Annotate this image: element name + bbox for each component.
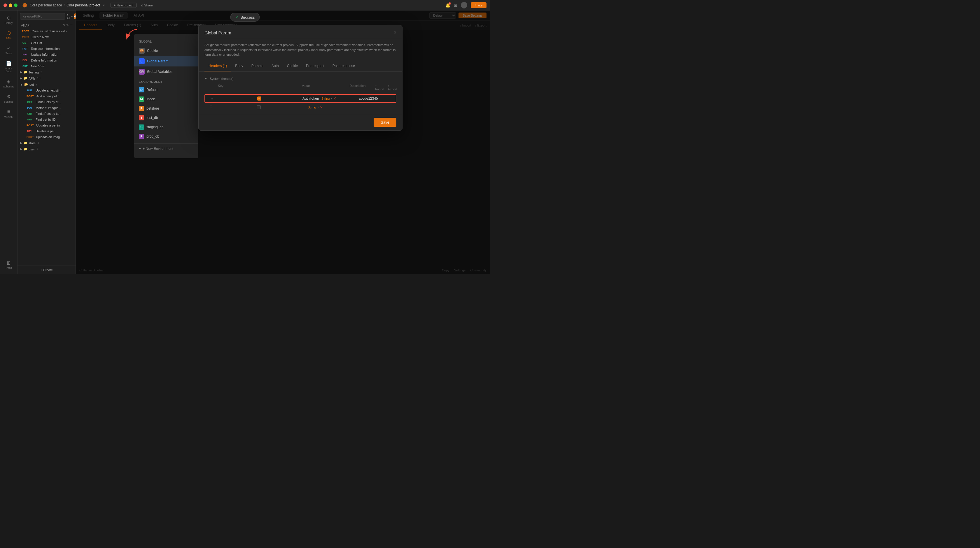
modal-header: Global Param × (199, 25, 402, 39)
drag-handle[interactable]: ⠿ (210, 105, 213, 109)
sidebar-item-settings[interactable]: ⚙ Settings (1, 92, 16, 105)
row-checkbox[interactable]: ✓ (257, 97, 261, 100)
list-item[interactable]: DEL Deletes a pet (18, 128, 76, 134)
sidebar-item-trash[interactable]: 🗑 Trash (1, 258, 16, 272)
folder-store[interactable]: ▶ 📁 store 4 (18, 140, 76, 146)
modal-tab-params[interactable]: Params (247, 61, 267, 71)
list-item[interactable]: PUT Method: images... (18, 105, 76, 111)
folder-icon: 📁 (23, 76, 27, 80)
modal-tab-auth[interactable]: Auth (267, 61, 283, 71)
chevron-down-icon: ▼ (20, 83, 23, 86)
api-list: POST Creates list of users with ... POST… (18, 28, 76, 265)
env-icon-mock: M (139, 97, 144, 102)
type-dropdown-icon[interactable]: ▾ (331, 97, 332, 100)
maximize-button[interactable] (14, 3, 18, 7)
modal-tab-body[interactable]: Body (231, 61, 247, 71)
global-param-panel: Global 🍪 Cookie ⬡ Global Param GV Global… (134, 34, 198, 158)
export-table-button[interactable]: ↑ Export (388, 84, 398, 91)
close-button[interactable] (3, 3, 7, 7)
sidebar-item-history[interactable]: ⊙ History (1, 13, 16, 27)
more-icon[interactable]: ⋯ (70, 23, 73, 27)
list-item[interactable]: PUT Update an existi... (18, 87, 76, 93)
search-input[interactable] (20, 13, 65, 19)
sidebar-item-manage[interactable]: ≡ Manage (1, 107, 16, 121)
type-dropdown-icon[interactable]: ▾ (317, 105, 319, 109)
global-param-icon: ⬡ (139, 58, 145, 64)
required-marker: ✕ (320, 105, 323, 109)
invite-button[interactable]: Invite (471, 2, 487, 8)
new-environment-button[interactable]: + + New Environment (134, 143, 198, 154)
folder-user[interactable]: ▶ 📁 user 7 (18, 146, 76, 152)
cookie-icon: 🍪 (139, 48, 145, 54)
gp-menu-cookie[interactable]: 🍪 Cookie (134, 46, 198, 56)
list-item[interactable]: PAT Update Information (18, 52, 76, 57)
modal-close-button[interactable]: × (394, 30, 396, 35)
list-item[interactable]: POST Create New (18, 34, 76, 40)
sidebar-bottom: + Create (18, 265, 76, 274)
gp-env-petstore[interactable]: P petstore (134, 104, 198, 113)
folder-pet[interactable]: ▼ 📂 pet 9 (18, 81, 76, 87)
gp-env-proddb[interactable]: P prod_db (134, 132, 198, 141)
sort-icon[interactable]: ⇅ (66, 23, 69, 27)
gp-env-mock[interactable]: M Mock (134, 94, 198, 104)
gp-env-stagingdb[interactable]: S staging_db (134, 122, 198, 132)
svg-text:🦊: 🦊 (24, 4, 27, 7)
list-item[interactable]: GET Find pet by ID (18, 117, 76, 122)
bell-icon[interactable]: 🔔 1 (445, 3, 450, 8)
overlay[interactable]: Global 🍪 Cookie ⬡ Global Param GV Global… (76, 11, 490, 274)
chevron-right-icon: ▶ (20, 76, 22, 80)
modal-tab-headers[interactable]: Headers (1) (204, 61, 231, 71)
list-item[interactable]: PUT Replace Information (18, 46, 76, 52)
sidebar-item-apis[interactable]: ⬡ APIs (1, 28, 16, 42)
list-item[interactable]: POST Add a new pet t... (18, 93, 76, 99)
empty-checkbox[interactable] (257, 105, 261, 109)
required-marker: ✕ (333, 97, 336, 100)
folder-icon: 📂 (24, 83, 28, 86)
save-button[interactable]: Save (374, 118, 396, 127)
list-item[interactable]: SSE New SSE (18, 63, 76, 69)
new-project-button[interactable]: + New project (111, 3, 137, 8)
list-item[interactable]: GET Finds Pets by ta... (18, 111, 76, 117)
modal-description: Set global request parameters (effective… (199, 39, 402, 61)
sidebar-item-share-docs[interactable]: 📄 Share Docs (1, 58, 16, 75)
gp-env-testdb[interactable]: T test_db (134, 113, 198, 122)
global-section-label: Global (134, 38, 198, 46)
list-item[interactable]: POST Creates list of users with ... (18, 28, 76, 34)
modal-tab-pre-request[interactable]: Pre-request (302, 61, 328, 71)
sidebar-section-header: All API ↻ ⇅ ⋯ (18, 22, 76, 28)
arrow-annotation (121, 28, 138, 43)
key-cell: AuthToken (302, 97, 319, 100)
create-button[interactable]: + Create (40, 268, 53, 272)
list-item[interactable]: POST Updates a pet in... (18, 122, 76, 128)
layout-icon[interactable]: ⊞ (454, 3, 457, 8)
global-variables-icon: GV (139, 69, 145, 75)
env-icon-proddb: P (139, 134, 144, 139)
success-toast: ✓ Success (230, 13, 259, 22)
gp-menu-global-param[interactable]: ⬡ Global Param (134, 56, 198, 67)
success-icon: ✓ (235, 15, 239, 19)
folder-icon: 📁 (23, 147, 27, 151)
modal-tab-cookie[interactable]: Cookie (283, 61, 302, 71)
sidebar-item-tests[interactable]: ✓ Tests (1, 43, 16, 57)
share-button[interactable]: ⎋ Share (139, 3, 155, 8)
list-item[interactable]: POST uploads an imag... (18, 134, 76, 140)
titlebar-actions: + New project ⎋ Share (111, 3, 155, 8)
gp-menu-global-variables[interactable]: GV Global Variables (134, 67, 198, 77)
folder-apis[interactable]: ▶ 📁 APIs 10 (18, 75, 76, 81)
modal-tab-post-response[interactable]: Post-response (328, 61, 359, 71)
environment-section-label: Environment (134, 77, 198, 85)
import-table-button[interactable]: ↑ Import (375, 84, 386, 91)
app-logo: 🦊 (22, 3, 27, 8)
folder-testing[interactable]: ▶ 📁 Testing 2 (18, 69, 76, 75)
sidebar-item-schemas[interactable]: ◈ Schemas (1, 76, 16, 91)
minimize-button[interactable] (9, 3, 12, 7)
list-item[interactable]: GET Get List (18, 40, 76, 46)
list-item[interactable]: DEL Delete Information (18, 57, 76, 63)
list-item[interactable]: GET Finds Pets by st... (18, 99, 76, 105)
refresh-icon[interactable]: ↻ (62, 23, 65, 27)
gp-env-default[interactable]: D Default (134, 85, 198, 94)
avatar[interactable] (461, 2, 467, 8)
drag-handle[interactable]: ⠿ (211, 97, 213, 100)
history-icon: ⊙ (7, 15, 11, 21)
folder-icon: 📁 (23, 70, 27, 74)
